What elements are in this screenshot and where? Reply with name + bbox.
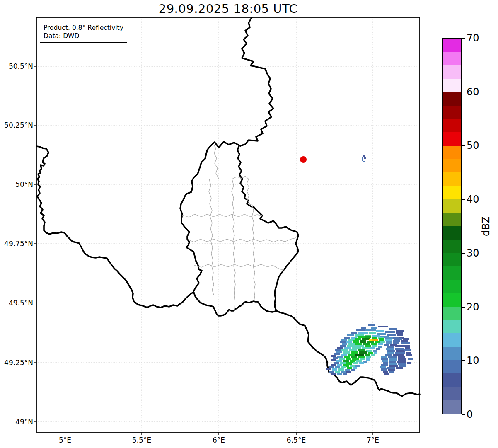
echo-cell	[389, 328, 397, 330]
echo-cell	[340, 362, 346, 364]
echo-cell	[334, 362, 339, 364]
echo-cell	[349, 349, 357, 351]
echo-cell	[335, 371, 340, 373]
y-tick-label: 50.5°N	[0, 62, 33, 71]
echo-cell	[401, 342, 410, 344]
echo-cell	[359, 362, 364, 364]
echo-cell	[369, 332, 376, 334]
echo-cell	[380, 341, 385, 343]
small-radar-echo	[362, 155, 366, 162]
echo-cell	[365, 345, 371, 347]
echo-cell	[351, 356, 357, 358]
border-luxembourg-east	[237, 146, 298, 311]
x-tick-label: 7°E	[354, 436, 392, 445]
echo-cell	[353, 367, 357, 369]
colorbar-tick-label: 0	[467, 409, 491, 420]
colorbar-segment	[443, 119, 461, 132]
colorbar-tick-label: 50	[467, 140, 491, 151]
echo-cell	[399, 365, 406, 367]
echo-cell	[337, 347, 343, 349]
echo-cell	[387, 346, 394, 348]
echo-cell	[348, 354, 355, 356]
echo-cell	[347, 367, 352, 369]
echo-cell	[385, 337, 393, 339]
border-france-belgium	[36, 146, 193, 308]
echo-cell	[384, 344, 389, 346]
canton-line	[209, 179, 214, 295]
echo-cell	[381, 364, 388, 366]
colorbar	[442, 38, 462, 414]
echo-cell	[395, 345, 404, 347]
echo-cell	[386, 341, 392, 344]
radar-figure: 29.09.2025 18:05 UTC	[0, 0, 498, 448]
echo-cell	[395, 348, 404, 350]
colorbar-segment	[443, 186, 461, 199]
echo-cell	[344, 337, 350, 339]
info-box-product: Product: 0.8° Reflectivity	[44, 24, 123, 32]
echo-cell	[355, 343, 362, 345]
echo-cell	[347, 334, 354, 336]
info-box-source: Data: DWD	[44, 32, 123, 40]
colorbar-segments	[443, 39, 461, 414]
colorbar-tick-label: 60	[467, 86, 491, 98]
echo-cell	[389, 363, 397, 365]
echo-cell	[326, 368, 331, 370]
echo-cell	[340, 341, 346, 343]
colorbar-segment	[443, 213, 461, 226]
colorbar-segment	[443, 79, 461, 92]
colorbar-segment	[443, 132, 461, 145]
echo-cell	[373, 350, 377, 352]
colorbar-segment	[443, 253, 461, 266]
echo-cell	[372, 337, 377, 339]
echo-cell	[331, 355, 336, 357]
colorbar-segment	[443, 199, 461, 213]
echo-cell	[331, 364, 336, 366]
echo-cell	[380, 366, 386, 368]
colorbar-segment	[443, 266, 461, 280]
map-canvas	[0, 0, 498, 448]
echo-cell	[362, 338, 370, 340]
echo-cell	[366, 356, 371, 358]
echo-cell	[344, 356, 350, 358]
echo-cell	[401, 340, 408, 342]
colorbar-segment	[443, 65, 461, 79]
echo-cell	[404, 349, 411, 351]
echo-cell	[371, 327, 377, 329]
echo-cell	[347, 345, 355, 347]
echo-cell	[334, 353, 340, 355]
radar-site-marker	[300, 156, 307, 163]
colorbar-segment	[443, 307, 461, 320]
info-box: Product: 0.8° Reflectivity Data: DWD	[40, 22, 127, 43]
colorbar-segment	[443, 52, 461, 65]
echo-cell	[406, 354, 412, 356]
echo-cell	[372, 345, 377, 347]
colorbar-segment	[443, 320, 461, 333]
echo-cell	[388, 356, 397, 358]
echo-cell	[343, 373, 347, 375]
echo-cell	[363, 343, 370, 345]
colorbar-segment	[443, 347, 461, 360]
x-tick-label: 5.5°E	[123, 436, 160, 445]
canton-line	[252, 204, 255, 301]
echo-cell	[368, 324, 375, 326]
echo-cell	[397, 361, 406, 363]
colorbar-tick-mark	[462, 92, 465, 92]
echo-cell	[407, 362, 411, 364]
echo-cell	[375, 341, 380, 343]
echo-cell	[374, 352, 377, 354]
echo-cell	[353, 362, 358, 364]
echo-cell	[343, 351, 350, 354]
echo-cell	[341, 339, 347, 341]
colorbar-tick-mark	[462, 414, 465, 415]
echo-cell	[360, 358, 365, 360]
echo-cell	[394, 338, 402, 340]
echo-cell	[332, 368, 337, 371]
echo-cell	[378, 346, 382, 348]
echo-cell	[388, 369, 395, 371]
echo-cell	[356, 360, 362, 362]
y-tick-label: 50°N	[0, 180, 33, 189]
echo-cell	[387, 350, 395, 352]
echo-cell	[403, 338, 409, 340]
echo-cell	[351, 332, 357, 334]
echo-cell	[377, 333, 386, 335]
